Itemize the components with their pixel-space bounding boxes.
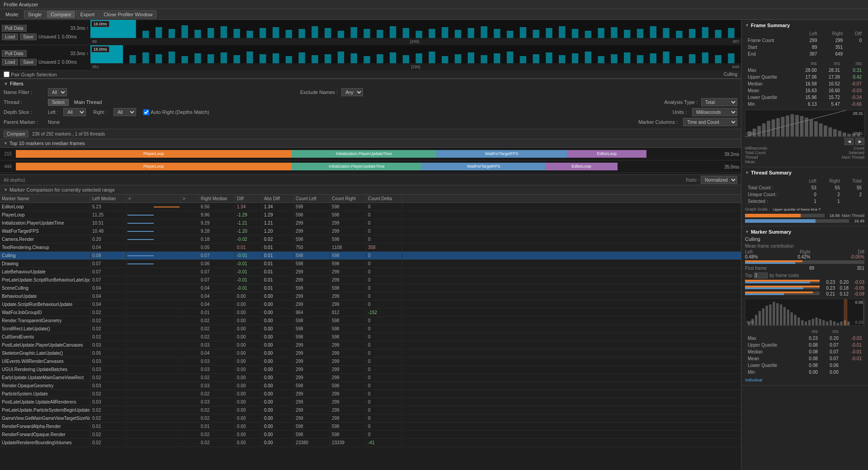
compare-btn[interactable]: Compare — [4, 131, 28, 137]
svg-rect-65 — [325, 54, 331, 63]
close-profiler-btn[interactable]: Close Profiler Window — [99, 10, 156, 19]
table-row[interactable]: Initialization.PlayerUpdateTime 10.51 9.… — [0, 219, 741, 227]
compare-bar: Compare 236 of 292 markers , 1 of 55 thr… — [0, 129, 741, 139]
svg-rect-22 — [403, 28, 409, 38]
init-bar-2: Initialization.PlayerUpdateTime — [292, 163, 422, 170]
analysis-type-select[interactable]: Total — [701, 98, 737, 106]
top-count-input[interactable] — [754, 273, 768, 278]
svg-rect-2 — [142, 31, 149, 38]
chart-left-btn[interactable]: ◀ — [844, 138, 854, 145]
chart-right-btn[interactable]: ▶ — [855, 138, 864, 145]
contrib-vals: 0.48% 0.42% -0.05% — [745, 254, 864, 259]
marker-mini-chart: 0.05 0.23 0.05 — [745, 299, 864, 326]
auto-right-checkbox[interactable] — [143, 109, 149, 115]
graph-row-1: Pull Data 33.3ms ↑ Load Save Unsaved 1 0… — [0, 20, 741, 45]
svg-rect-37 — [598, 28, 604, 38]
table-row[interactable]: PostLateUpdate.PlayerUpdateCanvases 0.03… — [0, 341, 741, 349]
table-row[interactable]: UpdateRendererBoundingVolumes 0.02 0.02 … — [0, 439, 741, 447]
svg-rect-87 — [611, 54, 617, 63]
load-btn-2[interactable]: Load — [2, 59, 18, 66]
svg-rect-146 — [833, 321, 835, 325]
units-select[interactable]: Milliseconds — [692, 108, 737, 116]
top-markers-triangle: ▼ — [4, 141, 8, 146]
table-row[interactable]: TextRendering.Cleanup 0.04 0.05 0.01 0.0… — [0, 244, 741, 252]
auto-right-label[interactable]: Auto Right (Depths Match) — [143, 109, 209, 115]
table-row[interactable]: Render.TransparentGeometry 0.02 0.02 0.0… — [0, 317, 741, 325]
table-row[interactable]: Update.ScriptRunBehaviourUpdate 0.04 0.0… — [0, 301, 741, 309]
table-row[interactable]: ScrollRect.LateUpdate() 0.02 0.02 0.00 0… — [0, 325, 741, 333]
svg-rect-26 — [455, 30, 461, 38]
table-row[interactable]: CullSendEvents 0.02 0.02 0.00 0.00 598 5… — [0, 333, 741, 341]
svg-rect-95 — [715, 55, 721, 63]
table-row[interactable]: EarlyUpdate.UpdateMainGameViewRect 0.02 … — [0, 374, 741, 382]
thread-bar-1: 16.56 Main Thread — [745, 213, 864, 218]
svg-rect-85 — [585, 52, 591, 63]
svg-rect-32 — [533, 30, 539, 38]
contrib-bar — [745, 260, 864, 264]
table-row[interactable]: PreLateUpdate.ParticleSystemBeginUpdateA… — [0, 406, 741, 414]
compare-stats: 236 of 292 markers , 1 of 55 threads — [32, 132, 105, 136]
table-row[interactable]: Culling 0.08 0.07 -0.01 0.01 598 598 0 — [0, 252, 741, 260]
name-filter-select[interactable]: All — [48, 88, 67, 96]
table-row[interactable]: WaitForTargetFPS 10.48 9.28 -1.20 1.20 2… — [0, 227, 741, 235]
depth-left-select[interactable]: All — [63, 108, 86, 116]
load-btn-1[interactable]: Load — [2, 33, 18, 40]
marker-stats-table: ms ms Max 0.23 0.20 -0.03 Upper Quartile… — [745, 328, 864, 376]
table-row[interactable]: Render.OpaqueGeometry 0.03 0.03 0.00 0.0… — [0, 382, 741, 390]
single-btn[interactable]: Single — [24, 10, 46, 19]
frame-row-1: 215 PlayerLoop Initialization.PlayerUpda… — [0, 148, 741, 160]
svg-rect-70 — [390, 52, 396, 63]
exclude-names-select[interactable]: Any — [341, 88, 363, 96]
thread-select-btn[interactable]: Select — [48, 99, 69, 106]
table-row[interactable]: UIEvents.WillRenderCanvases 0.03 0.03 0.… — [0, 357, 741, 366]
individual-link[interactable]: Individual — [745, 378, 864, 382]
save-btn-1[interactable]: Save — [20, 33, 37, 40]
table-row[interactable]: SceneCulling 0.04 0.04 -0.01 0.01 598 59… — [0, 284, 741, 292]
table-row[interactable]: PlayerLoop 11.25 9.96 -1.29 1.29 598 598… — [0, 211, 741, 219]
table-row[interactable]: EditorLoop 5.23 6.56 1.34 1.34 598 598 0 — [0, 203, 741, 211]
table-row[interactable]: RenderForwardOpaque.Render 0.02 0.02 0.0… — [0, 431, 741, 439]
svg-rect-144 — [826, 321, 828, 325]
graph-canvas-1[interactable]: 16.0ms 89 [299] 387 — [90, 20, 741, 45]
table-row[interactable]: PostLateUpdate.UpdateAllRenderers 0.03 0… — [0, 398, 741, 406]
table-row[interactable]: Drawing 0.07 0.06 -0.01 0.01 598 598 0 — [0, 260, 741, 268]
table-row[interactable]: GameView.GetMainGameViewTargetSizeNoBox(… — [0, 414, 741, 423]
title-bar: Profile Analyzer — [0, 0, 868, 9]
table-row[interactable]: PreLateUpdate.ScriptRunBehaviourLateUpda… — [0, 276, 741, 284]
pull-data-btn-1[interactable]: Pull Data — [2, 25, 27, 32]
marker-columns-select[interactable]: Time and Count — [683, 118, 737, 126]
table-row[interactable]: Camera.Render 0.20 0.18 -0.02 0.02 598 5… — [0, 235, 741, 244]
svg-rect-19 — [363, 29, 370, 38]
compare-btn[interactable]: Compare — [47, 10, 75, 19]
svg-rect-17 — [338, 31, 344, 38]
pull-data-btn-2[interactable]: Pull Data — [2, 50, 27, 57]
pair-graph-label[interactable]: Pair Graph Selection — [4, 71, 57, 77]
svg-rect-99 — [757, 126, 761, 136]
pair-graph-checkbox[interactable] — [4, 71, 9, 77]
main-layout: Pull Data 33.3ms ↑ Load Save Unsaved 1 0… — [0, 20, 868, 470]
table-row[interactable]: SkeletonGraphic.LateUpdate() 0.05 0.04 0… — [0, 349, 741, 357]
depth-right-select[interactable]: All — [113, 108, 136, 116]
save-btn-2[interactable]: Save — [20, 59, 37, 66]
graph-canvas-2[interactable]: 16.0ms 351 [299] 649 — [90, 45, 741, 70]
init-bar-1: Initialization.PlayerUpdateTime — [292, 150, 437, 157]
table-row[interactable]: UGUI.Rendering.UpdateBatches 0.03 0.03 0… — [0, 366, 741, 374]
table-row[interactable]: BehaviourUpdate 0.04 0.04 0.00 0.00 299 … — [0, 292, 741, 301]
svg-rect-50 — [129, 55, 136, 63]
ratio-select[interactable]: Normalized — [701, 176, 737, 184]
table-row[interactable]: LateBehaviourUpdate 0.07 0.07 -0.01 0.01… — [0, 268, 741, 276]
svg-rect-79 — [507, 52, 513, 63]
table-row[interactable]: ParticleSystem.Update 0.02 0.02 0.00 0.0… — [0, 390, 741, 398]
svg-rect-30 — [507, 31, 513, 38]
table-row[interactable]: WaitForJobGroupID 0.02 0.01 0.00 0.00 96… — [0, 309, 741, 317]
svg-rect-62 — [286, 56, 292, 63]
right-panel: ▼ Frame Summary Left Right Diff Frame Co… — [741, 20, 868, 470]
playerloop-bar-1: PlayerLoop — [16, 150, 292, 157]
svg-rect-136 — [797, 318, 800, 325]
graph-timeline-1: 89 [299] 387 — [90, 38, 741, 45]
top-row-2: 0.23 0.18 -0.05 — [745, 285, 864, 291]
svg-rect-73 — [429, 52, 435, 63]
svg-rect-114 — [828, 127, 832, 136]
export-btn[interactable]: Export — [76, 10, 99, 19]
table-row[interactable]: RenderForwardAlpha.Render 0.01 0.01 0.00… — [0, 423, 741, 431]
